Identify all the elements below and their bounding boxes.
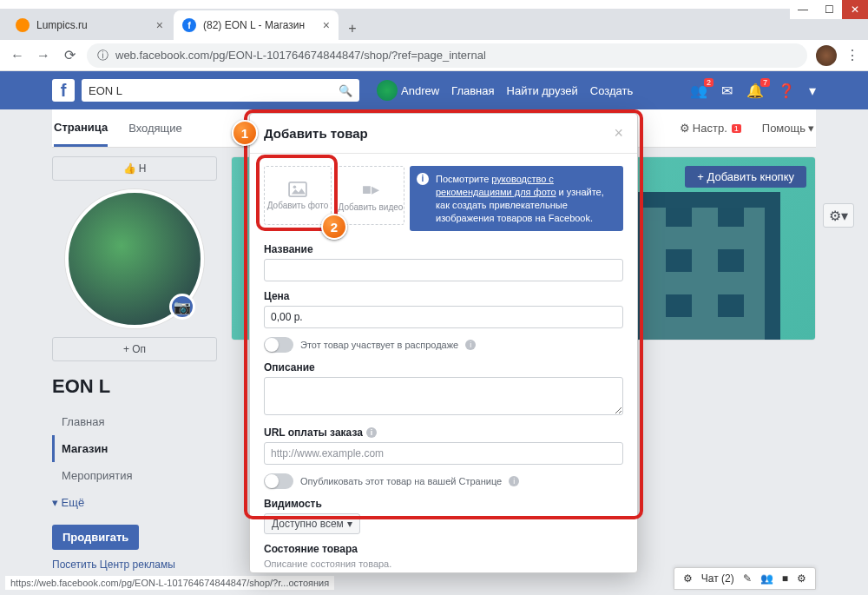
fb-search-box[interactable]: EON L 🔍: [82, 79, 359, 102]
label-condition: Состояние товара: [264, 543, 623, 555]
options-button[interactable]: + Оп: [52, 337, 217, 361]
image-plus-icon: [288, 182, 307, 197]
publish-toggle-label: Опубликовать этот товар на вашей Страниц…: [300, 476, 502, 486]
cover-illustration: [624, 192, 780, 340]
nav-home[interactable]: Главная: [451, 84, 494, 97]
search-value: EON L: [89, 84, 122, 97]
like-button[interactable]: 👍 Н: [52, 156, 217, 181]
chevron-down-icon: ▾: [347, 518, 352, 530]
label-name: Название: [264, 243, 623, 255]
address-bar[interactable]: ⓘ web.facebook.com/pg/EON-L-101764674844…: [87, 43, 807, 68]
sidenav-home[interactable]: Главная: [52, 408, 217, 435]
lock-icon: ⓘ: [97, 48, 108, 63]
account-menu-icon[interactable]: ▾: [809, 83, 816, 99]
checkout-url-input[interactable]: [264, 442, 623, 465]
url-text: web.facebook.com/pg/EON-L-10176467484484…: [115, 49, 486, 62]
svg-point-1: [293, 185, 297, 188]
browser-toolbar: ← → ⟳ ⓘ web.facebook.com/pg/EON-L-101764…: [0, 40, 868, 71]
tab-close-icon[interactable]: ×: [156, 18, 163, 32]
add-video-box[interactable]: ■▸ Добавить видео: [337, 166, 404, 225]
condition-description: Описание состояния товара.: [264, 559, 623, 569]
help-icon[interactable]: i: [366, 427, 377, 438]
chat-write-icon[interactable]: ✎: [743, 572, 752, 585]
chat-bar[interactable]: ⚙ Чат (2) ✎ 👥 ■ ⚙: [674, 567, 816, 590]
favicon-facebook: f: [182, 18, 196, 32]
user-name: Andrew: [401, 84, 439, 97]
quick-help-icon[interactable]: ❓: [778, 83, 795, 99]
settings-link[interactable]: ⚙ Настр.1: [680, 122, 741, 135]
page-profile-picture[interactable]: 📷: [65, 189, 204, 328]
nav-profile[interactable]: Andrew: [377, 80, 439, 101]
info-icon: i: [417, 173, 429, 185]
badge: 2: [704, 78, 713, 87]
notifications-icon[interactable]: 🔔7: [746, 83, 764, 99]
label-checkout-url: URL оплаты заказа: [264, 426, 363, 439]
tab-inbox[interactable]: Входящие: [128, 111, 182, 145]
messenger-icon[interactable]: ✉: [721, 83, 733, 99]
reload-icon[interactable]: ⟳: [61, 47, 78, 63]
friend-requests-icon[interactable]: 👥2: [690, 83, 707, 99]
badge: 7: [760, 78, 770, 87]
back-icon[interactable]: ←: [9, 48, 26, 63]
help-link[interactable]: Помощь ▾: [762, 122, 814, 135]
window-close-button[interactable]: ✕: [842, 0, 868, 19]
label-visibility: Видимость: [264, 498, 623, 510]
chat-label: Чат (2): [701, 572, 734, 585]
browser-status-bar: https://web.facebook.com/pg/EON-L-101764…: [5, 576, 334, 590]
tab-title: Lumpics.ru: [36, 19, 149, 31]
badge: 1: [732, 124, 741, 133]
page-name-heading: EON L: [52, 375, 217, 398]
chat-group-icon[interactable]: 👥: [760, 572, 773, 585]
modal-title: Добавить товар: [264, 126, 368, 141]
new-tab-button[interactable]: +: [340, 17, 365, 40]
nav-create[interactable]: Создать: [590, 84, 633, 97]
annotation-marker-2: 2: [321, 214, 347, 240]
sidenav-shop[interactable]: Магазин: [52, 435, 217, 462]
sale-toggle[interactable]: [264, 337, 293, 353]
add-photo-box[interactable]: Добавить фото: [264, 166, 332, 225]
browser-tab-lumpics[interactable]: Lumpics.ru ×: [7, 10, 172, 40]
tab-close-icon[interactable]: ×: [323, 18, 330, 32]
window-minimize-button[interactable]: —: [790, 0, 816, 19]
browser-tab-facebook[interactable]: f (82) EON L - Магазин ×: [174, 10, 339, 40]
label-description: Описание: [264, 361, 623, 374]
add-video-label: Добавить видео: [339, 202, 404, 212]
nav-find-friends[interactable]: Найти друзей: [507, 84, 578, 97]
chat-settings-icon[interactable]: ⚙: [797, 572, 806, 585]
avatar-icon: [377, 80, 398, 101]
add-photo-icon[interactable]: 📷: [169, 294, 195, 320]
add-photo-label: Добавить фото: [267, 201, 329, 210]
add-cta-button[interactable]: + Добавить кнопку: [685, 166, 806, 188]
photo-guidelines-tip: i Посмотрите руководство с рекомендациям…: [410, 166, 623, 231]
browser-menu-icon[interactable]: ⋮: [845, 47, 859, 63]
forward-icon[interactable]: →: [35, 48, 52, 63]
help-icon[interactable]: i: [509, 476, 519, 486]
ads-center-link[interactable]: Посетить Центр рекламы: [52, 559, 217, 571]
close-icon[interactable]: ×: [614, 124, 623, 142]
help-icon[interactable]: i: [465, 340, 476, 350]
sale-toggle-label: Этот товар участвует в распродаже: [300, 340, 458, 350]
product-name-input[interactable]: [264, 259, 623, 281]
sidenav-more[interactable]: ▾ Ещё: [52, 489, 217, 516]
product-description-input[interactable]: [264, 377, 623, 415]
promote-button[interactable]: Продвигать: [52, 525, 139, 550]
publish-toggle[interactable]: [264, 473, 293, 489]
favicon-lumpics: [16, 18, 30, 32]
label-price: Цена: [264, 290, 623, 302]
profile-avatar-browser[interactable]: [816, 45, 837, 66]
visibility-select[interactable]: Доступно всем▾: [264, 513, 360, 534]
tab-page[interactable]: Страница: [54, 110, 108, 147]
video-icon: ■▸: [362, 180, 379, 199]
fb-logo[interactable]: f: [52, 79, 75, 102]
gear-icon[interactable]: ⚙▾: [823, 203, 854, 228]
add-product-modal: Добавить товар × Добавить фото ■▸ Добави…: [249, 113, 638, 573]
search-icon[interactable]: 🔍: [339, 84, 352, 97]
svg-rect-0: [289, 182, 306, 195]
browser-tab-strip: Lumpics.ru × f (82) EON L - Магазин × +: [0, 9, 868, 40]
chat-video-icon[interactable]: ■: [782, 572, 788, 585]
sidenav-events[interactable]: Мероприятия: [52, 462, 217, 489]
window-maximize-button[interactable]: ☐: [816, 0, 842, 19]
product-price-input[interactable]: [264, 306, 623, 328]
tab-title: (82) EON L - Магазин: [203, 19, 316, 31]
fb-header: f EON L 🔍 Andrew Главная Найти друзей Со…: [0, 71, 868, 109]
